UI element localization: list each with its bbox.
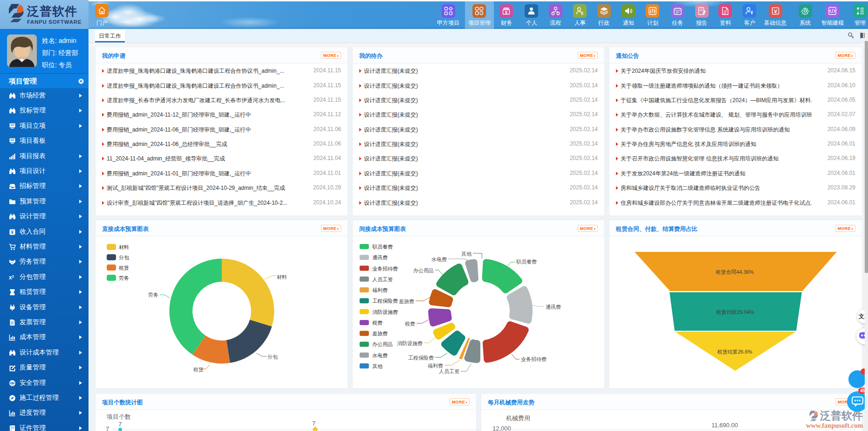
svg-text:水电费: 水电费 [431,257,447,262]
svg-text:其他: 其他 [461,251,472,257]
svg-text:职员餐费: 职员餐费 [372,244,393,250]
svg-text:人员工资: 人员工资 [372,277,393,282]
svg-text:业务招待费: 业务招待费 [521,356,547,362]
svg-text:租赁: 租赁 [193,367,204,372]
svg-text:消防设施费: 消防设施费 [372,309,398,315]
svg-text:税费: 税费 [372,320,383,326]
svg-text:业务招待费: 业务招待费 [372,266,398,271]
svg-text:租赁合同44.36%: 租赁合同44.36% [716,269,754,275]
svg-text:材料: 材料 [277,274,287,280]
svg-text:税费: 税费 [405,321,415,327]
svg-text:消防设施费: 消防设施费 [397,341,423,346]
svg-text:通讯费: 通讯费 [546,304,561,310]
svg-text:职员餐费: 职员餐费 [516,259,537,264]
svg-text:其他: 其他 [372,363,383,369]
svg-text:通讯费: 通讯费 [372,255,388,260]
svg-text:差旅费: 差旅费 [372,331,388,336]
svg-text:租赁: 租赁 [119,265,129,271]
svg-text:办公用品: 办公用品 [413,268,434,273]
svg-text:差旅费: 差旅费 [399,299,414,304]
svg-text:福利费: 福利费 [372,287,388,293]
svg-text:租赁付款29.04%: 租赁付款29.04% [716,309,754,315]
svg-text:工程保险费: 工程保险费 [372,298,398,304]
svg-text:x²: x² [9,274,14,281]
svg-text:办公用品: 办公用品 [372,341,393,347]
svg-text:分包: 分包 [267,354,278,360]
svg-text:人员工资: 人员工资 [439,368,459,374]
svg-text:分包: 分包 [119,255,130,260]
svg-text:福利费: 福利费 [428,363,443,368]
svg-text:劳务: 劳务 [119,275,129,281]
svg-text:租赁结算26.6%: 租赁结算26.6% [717,349,752,355]
svg-text:劳务: 劳务 [148,292,158,298]
svg-text:水电费: 水电费 [372,353,388,358]
svg-text:材料: 材料 [119,244,129,250]
svg-text:工程保险费: 工程保险费 [408,355,434,361]
